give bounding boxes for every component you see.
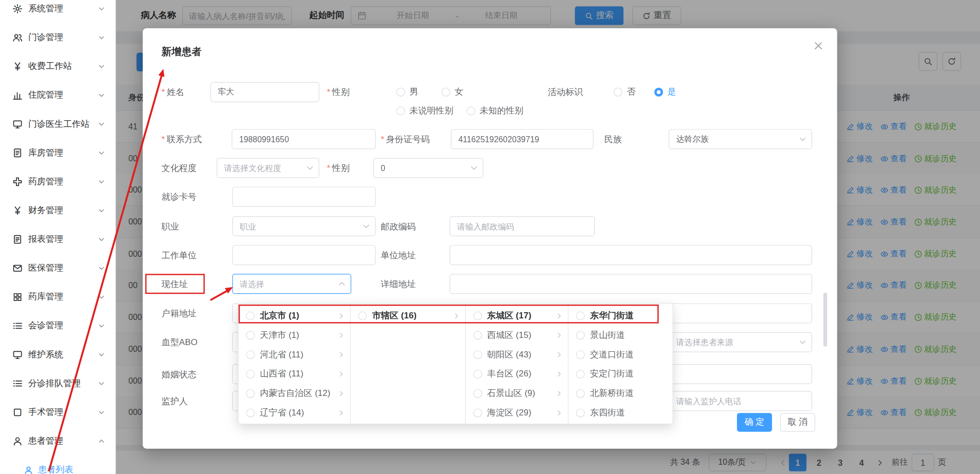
cascader-option-fengtai[interactable]: 丰台区 (26) [466, 364, 569, 384]
active-flag-radio-no[interactable]: 否 [614, 82, 636, 102]
sidebar-item-warehouse-management[interactable]: 库房管理 [0, 139, 115, 167]
sidebar-item-outpatient-doctor-workstation[interactable]: 门诊医生工作站 [0, 110, 115, 139]
cascader-option-hebei[interactable]: 河北省 (11) [239, 345, 350, 364]
radio-circle-icon [614, 88, 622, 97]
chevron-down-icon [97, 120, 105, 128]
sidebar-item-maintenance-system[interactable]: 维护系统 [0, 340, 115, 369]
sidebar-item-label: 维护系统 [28, 349, 97, 361]
cascader-option-chaoyang[interactable]: 朝阳区 (43) [466, 345, 569, 364]
chevron-down-icon [97, 178, 105, 186]
education-select[interactable] [217, 158, 319, 178]
patient-source-select[interactable] [669, 332, 812, 352]
sidebar-item-patient-management[interactable]: 患者管理 [0, 427, 115, 456]
sidebar-item-finance-management[interactable]: 财务管理 [0, 196, 115, 225]
sidebar-item-drug-storage-management[interactable]: 药库管理 [0, 282, 115, 311]
radio-circle-icon [473, 331, 482, 339]
postal-code-input[interactable] [449, 216, 595, 236]
cascader-option-xicheng[interactable]: 西城区 (15) [466, 325, 569, 345]
sidebar-item-inpatient-management[interactable]: 住院管理 [0, 81, 115, 109]
chevron-right-icon [556, 331, 563, 339]
sidebar-item-label: 手术管理 [28, 407, 97, 418]
cascader-option-shijingshan[interactable]: 石景山区 (9) [466, 384, 569, 403]
sidebar-item-medical-insurance-management[interactable]: 医保管理 [0, 254, 115, 282]
chevron-right-icon [338, 389, 345, 397]
unit-address-input[interactable] [449, 245, 812, 265]
detail-address-input[interactable] [449, 274, 812, 294]
chevron-down-icon [97, 207, 105, 215]
gender-radio-unspecified[interactable]: 未说明性别 [396, 101, 453, 121]
cascader-option-liaoning[interactable]: 辽宁省 (14) [239, 403, 350, 423]
sidebar-item-label: 库房管理 [28, 147, 97, 159]
card-no-input[interactable] [232, 187, 376, 207]
sidebar-item-triage-queue-management[interactable]: 分诊排队管理 [0, 369, 115, 398]
name-input[interactable] [210, 82, 319, 102]
radio-circle-icon [473, 389, 482, 397]
marital-extra-input[interactable] [669, 364, 812, 384]
sidebar-item-outpatient-management[interactable]: 门诊管理 [0, 23, 115, 52]
sidebar-item-label: 系统管理 [28, 3, 97, 14]
radio-circle-icon [473, 408, 482, 417]
cascader-option-beixinqiao[interactable]: 北新桥街道 [569, 384, 673, 403]
ethnicity-label: 民族 [604, 134, 622, 144]
work-unit-label: 工作单位 [162, 250, 197, 260]
sidebar-item-label: 收费工作站 [28, 61, 97, 72]
sidebar-item-pharmacy-management[interactable]: 药房管理 [0, 167, 115, 196]
active-flag-radio-yes[interactable]: 是 [654, 82, 676, 102]
cascader-option-jiaodaokou[interactable]: 交道口街道 [569, 345, 673, 364]
work-unit-input[interactable] [232, 245, 376, 265]
id-number-input[interactable] [451, 129, 594, 149]
chevron-down-icon [469, 163, 478, 172]
sidebar-item-charge-workstation[interactable]: 收费工作站 [0, 52, 115, 81]
yen-icon [12, 62, 23, 72]
sidebar-item-consultation-management[interactable]: 会诊管理 [0, 311, 115, 340]
document-icon [12, 234, 23, 244]
ethnicity-select[interactable] [669, 129, 812, 149]
cancel-button[interactable]: 取 消 [780, 413, 815, 432]
sidebar-item-system-management[interactable]: 系统管理 [0, 0, 115, 23]
close-icon[interactable] [813, 41, 824, 51]
chevron-up-icon [97, 438, 105, 445]
sidebar-item-label: 药房管理 [28, 176, 97, 187]
sidebar: 系统管理 门诊管理 收费工作站 住院管理 门诊医生工作站 库房管理 药房管理 财… [0, 0, 116, 474]
chevron-down-icon [97, 380, 105, 388]
chevron-down-icon [97, 264, 105, 272]
chevron-right-icon [338, 409, 345, 416]
current-address-cascader-select[interactable] [232, 274, 351, 294]
radio-circle-icon [246, 389, 255, 397]
guardian-phone-input[interactable] [669, 391, 812, 411]
radio-circle-icon [466, 106, 475, 115]
cascader-option-neimenggu[interactable]: 内蒙古自治区 (12) [239, 384, 350, 403]
household-detail-input[interactable] [669, 304, 812, 324]
cascader-option-dongsi[interactable]: 东四街道 [569, 403, 673, 423]
chevron-right-icon [338, 370, 345, 378]
list-icon [12, 378, 23, 389]
cascader-option-haidian[interactable]: 海淀区 (29) [466, 403, 569, 423]
user-icon [24, 465, 33, 474]
cascader-option-jingshan[interactable]: 景山街道 [569, 325, 673, 345]
gender-radio-male[interactable]: 男 [396, 82, 418, 102]
cascader-option-beijing[interactable]: 北京市 (1) [239, 306, 350, 326]
cascader-option-dongcheng[interactable]: 东城区 (17) [466, 306, 569, 326]
guardian-label: 监护人 [162, 396, 188, 406]
cascader-option-andingmen[interactable]: 安定门街道 [569, 364, 673, 384]
radio-circle-icon [246, 331, 255, 339]
cascader-option-shanxi[interactable]: 山西省 (11) [239, 364, 350, 384]
gender-radio-female[interactable]: 女 [441, 82, 463, 102]
active-flag-label: 活动标识 [548, 87, 583, 98]
sidebar-item-surgery-management[interactable]: 手术管理 [0, 398, 115, 427]
postal-code-label: 邮政编码 [381, 221, 416, 232]
monitor-icon [12, 350, 23, 360]
gender-radio-unknown[interactable]: 未知的性别 [466, 101, 523, 121]
gender-code-select[interactable] [373, 158, 483, 178]
cascader-option-tianjin[interactable]: 天津市 (1) [239, 325, 350, 345]
occupation-select[interactable] [232, 216, 376, 236]
confirm-button[interactable]: 确 定 [737, 413, 772, 432]
cascader-option-shixiaqu[interactable]: 市辖区 (16) [351, 306, 465, 326]
contact-input[interactable] [232, 129, 376, 149]
radio-circle-icon [396, 106, 405, 115]
modal-scrollbar[interactable] [824, 293, 827, 347]
chevron-right-icon [556, 312, 563, 319]
cascader-option-donghuamen[interactable]: 东华门街道 [569, 306, 673, 326]
sidebar-subitem-patient-list[interactable]: 患者列表 [0, 464, 116, 474]
sidebar-item-report-management[interactable]: 报表管理 [0, 225, 115, 254]
